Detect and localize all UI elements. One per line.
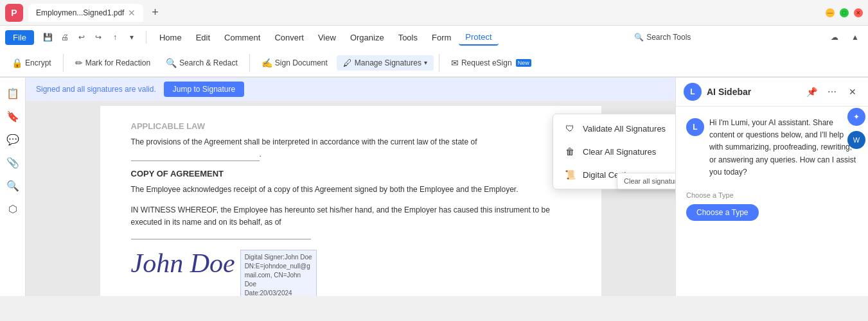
close-button[interactable]: ✕ [854, 8, 863, 17]
signatures-icon: 🖊 [343, 58, 352, 68]
mark-redaction-button[interactable]: ✏ Mark for Redaction [69, 55, 157, 71]
browser-chrome: P Employmen...Signed1.pdf ✕ + — □ ✕ [0, 0, 868, 26]
tools-menu[interactable]: Tools [392, 30, 424, 45]
encrypt-button[interactable]: 🔒 Encrypt [5, 55, 58, 71]
tab-close-icon[interactable]: ✕ [128, 8, 136, 18]
document-area: Signed and all signatures are valid. Jum… [26, 78, 675, 296]
print-button[interactable]: 🖨 [57, 30, 73, 45]
dropdown-arrow-icon: ▾ [424, 59, 427, 66]
undo-button[interactable]: ↩ [74, 30, 89, 45]
redo-button[interactable]: ↪ [91, 30, 106, 45]
edit-menu[interactable]: Edit [190, 30, 217, 45]
sig-details: Digital Signer:John Doe DN:E=johndoe_nul… [240, 250, 317, 296]
separator2 [249, 54, 250, 72]
signature-status-bar: Signed and all signatures are valid. Jum… [26, 78, 675, 101]
collapse-icon[interactable]: ▲ [847, 30, 863, 45]
sig-underline [131, 239, 311, 239]
ai-message-block: L Hi I'm Lumi, your AI assistant. Share … [686, 117, 858, 186]
separator3 [439, 54, 439, 72]
request-esign-button[interactable]: ✉ Request eSign New [445, 55, 538, 71]
ai-avatar: L [684, 83, 702, 101]
sidebar-icon-documents[interactable]: 📋 [3, 83, 23, 103]
clear-icon: 🗑 [563, 145, 576, 158]
sidebar-icon-search[interactable]: 🔍 [3, 175, 23, 196]
separator [63, 54, 64, 72]
choose-type-label: Choose a Type [686, 191, 858, 199]
tab-title: Employmen...Signed1.pdf [36, 8, 124, 17]
doc-witness: IN WITNESS WHEREOF, the Employee has her… [131, 204, 571, 229]
redaction-icon: ✏ [75, 58, 83, 68]
search-redact-button[interactable]: 🔍 Search & Redact [159, 55, 244, 71]
protect-menu[interactable]: Protect [459, 30, 498, 46]
ai-sidebar-close-icon[interactable]: ✕ [845, 84, 860, 100]
doc-para2: The Employee acknowledges receipt of a c… [131, 184, 571, 196]
validate-all-signatures-item[interactable]: 🛡 Validate All Signatures [553, 117, 675, 140]
lumi-avatar: L [686, 118, 704, 136]
clear-signatures-tooltip: Clear all signatures on the document [617, 173, 675, 189]
ai-sidebar-more-icon[interactable]: ⋯ [824, 84, 840, 100]
signature-area: John Doe Digital Signer:John Doe DN:E=jo… [131, 250, 571, 296]
app-toolbar: File 💾 🖨 ↩ ↪ ↑ ▾ Home Edit Comment Conve… [0, 26, 868, 78]
ai-blue-icon[interactable]: ✦ [847, 108, 865, 126]
ai-sidebar: L AI Sidebar 📌 ⋯ ✕ L Hi I'm Lumi, your A… [675, 78, 868, 296]
ai-sidebar-header: L AI Sidebar 📌 ⋯ ✕ [676, 78, 868, 107]
ai-sidebar-pin-icon[interactable]: 📌 [804, 84, 819, 100]
quick-access-bar: 💾 🖨 ↩ ↪ ↑ ▾ [40, 30, 139, 45]
jump-to-signature-button[interactable]: Jump to Signature [164, 82, 244, 97]
search-tools-icon: 🔍 [634, 33, 644, 42]
ribbon: 🔒 Encrypt ✏ Mark for Redaction 🔍 Search … [0, 49, 868, 77]
document-content: APPLICABLE LAW The provisions of the Agr… [100, 106, 601, 296]
new-badge: New [516, 59, 531, 67]
save-button[interactable]: 💾 [40, 30, 56, 45]
comment-menu[interactable]: Comment [218, 30, 267, 45]
signature-block: John Doe Digital Signer:John Doe DN:E=jo… [131, 250, 571, 296]
new-tab-button[interactable]: + [146, 4, 164, 22]
lock-icon: 🔒 [12, 58, 22, 68]
esign-icon: ✉ [451, 58, 459, 68]
cloud-upload-icon[interactable]: ☁ [827, 30, 842, 45]
ms-word-icon[interactable]: W [847, 131, 865, 149]
ai-sidebar-right-icons: ✦ W [847, 108, 865, 149]
sign-icon: ✍ [261, 58, 272, 68]
sidebar-icon-attachments[interactable]: 📎 [3, 152, 23, 173]
search-tools-button[interactable]: 🔍 Search Tools [628, 30, 697, 44]
organize-menu[interactable]: Organize [344, 30, 391, 45]
cert-icon: 📜 [563, 168, 576, 181]
doc-section-title: APPLICABLE LAW [131, 121, 571, 131]
sidebar-icon-layers[interactable]: ⬡ [3, 198, 23, 219]
form-menu[interactable]: Form [425, 30, 457, 45]
sidebar-icon-comments[interactable]: 💬 [3, 129, 23, 150]
menu-bar: File 💾 🖨 ↩ ↪ ↑ ▾ Home Edit Comment Conve… [0, 26, 868, 49]
app-icon: P [5, 4, 23, 22]
browser-tab[interactable]: Employmen...Signed1.pdf ✕ [28, 4, 143, 22]
choose-type-button[interactable]: Choose a Type [686, 204, 759, 221]
copy-heading: COPY OF AGREEMENT [131, 169, 571, 178]
share-button[interactable]: ↑ [107, 30, 123, 45]
ai-message-text: Hi I'm Lumi, your AI assistant. Share co… [709, 117, 858, 178]
search-redact-icon: 🔍 [166, 58, 177, 68]
home-menu[interactable]: Home [153, 30, 188, 45]
sign-document-button[interactable]: ✍ Sign Document [255, 55, 334, 71]
main-area: 📋 🔖 💬 📎 🔍 ⬡ Signed and all signatures ar… [0, 78, 868, 296]
convert-menu[interactable]: Convert [268, 30, 310, 45]
ai-content: L Hi I'm Lumi, your AI assistant. Share … [676, 107, 868, 296]
manage-signatures-button[interactable]: 🖊 Manage Signatures ▾ [337, 55, 434, 71]
doc-para1: The provisions of the Agreement shall be… [131, 136, 571, 161]
file-menu[interactable]: File [5, 30, 34, 45]
signature-image: John Doe [131, 250, 235, 277]
validate-icon: 🛡 [563, 122, 576, 135]
sidebar-icon-bookmarks[interactable]: 🔖 [3, 106, 23, 126]
more-button[interactable]: ▾ [124, 30, 139, 45]
maximize-button[interactable]: □ [840, 8, 849, 17]
state-field [131, 148, 260, 161]
view-menu[interactable]: View [312, 30, 342, 45]
browser-controls: — □ ✕ [826, 8, 863, 17]
sig-status-text: Signed and all signatures are valid. [36, 85, 156, 94]
clear-all-signatures-item[interactable]: 🗑 Clear All Signatures [553, 140, 675, 163]
left-sidebar: 📋 🔖 💬 📎 🔍 ⬡ [0, 78, 26, 296]
minimize-button[interactable]: — [826, 8, 835, 17]
ai-sidebar-title: AI Sidebar [707, 87, 799, 97]
